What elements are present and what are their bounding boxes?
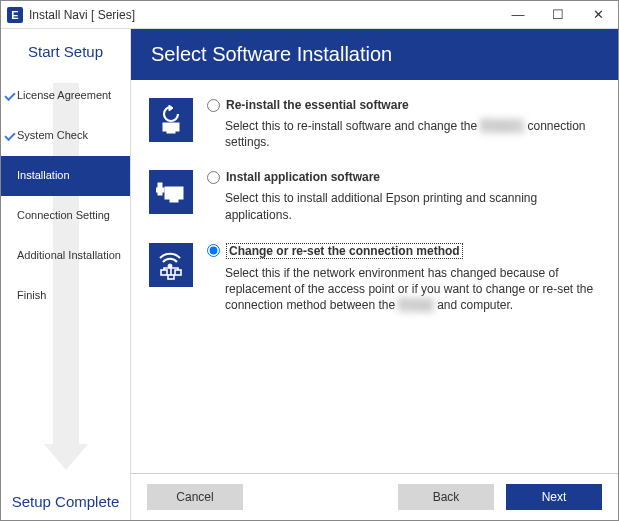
sidebar-step: System Check [1,116,130,156]
option-title: Install application software [226,170,380,184]
page-title: Select Software Installation [131,29,618,80]
svg-rect-9 [168,275,174,279]
sidebar-step-label: System Check [17,129,88,142]
option-radio[interactable] [207,244,220,257]
option-content: Install application softwareSelect this … [207,170,600,222]
footer: Cancel Back Next [131,473,618,520]
option-radio-row[interactable]: Change or re-set the connection method [207,243,600,259]
svg-rect-8 [175,270,181,275]
sidebar-step: Finish [1,276,130,316]
network-icon [149,243,193,287]
next-button[interactable]: Next [506,484,602,510]
start-setup-label: Start Setup [1,35,130,68]
option-description: Select this to re-install software and c… [225,118,600,150]
option-radio[interactable] [207,99,220,112]
option-desc-pre: Select this to install additional Epson … [225,191,537,221]
option-content: Change or re-set the connection methodSe… [207,243,600,314]
app-icon: E [7,7,23,23]
svg-rect-5 [156,188,164,192]
sidebar: Start Setup License AgreementSystem Chec… [1,29,131,520]
maximize-button[interactable]: ☐ [538,1,578,29]
option-change-connection: Change or re-set the connection methodSe… [149,243,600,314]
option-content: Re-install the essential softwareSelect … [207,98,600,150]
option-radio[interactable] [207,171,220,184]
setup-complete-label: Setup Complete [1,485,130,514]
option-title: Change or re-set the connection method [226,243,463,259]
option-radio-row[interactable]: Install application software [207,170,600,184]
sidebar-step: Installation [1,156,130,196]
titlebar: E Install Navi [ Series] — ☐ ✕ [1,1,618,29]
cancel-button[interactable]: Cancel [147,484,243,510]
svg-rect-3 [170,199,178,202]
redacted-text: Printer's [480,118,524,134]
option-radio-row[interactable]: Re-install the essential software [207,98,600,112]
svg-rect-2 [165,187,183,199]
sidebar-step: Additional Installation [1,236,130,276]
body: Start Setup License AgreementSystem Chec… [1,29,618,520]
svg-rect-7 [161,270,167,275]
sidebar-step: License Agreement [1,76,130,116]
installer-window: E Install Navi [ Series] — ☐ ✕ Start Set… [0,0,619,521]
sidebar-step-label: Connection Setting [17,209,110,222]
svg-rect-0 [163,123,179,131]
svg-rect-1 [167,131,175,133]
close-button[interactable]: ✕ [578,1,618,29]
sidebar-step-label: Installation [17,169,70,182]
main: Select Software Installation Re-install … [131,29,618,520]
window-controls: — ☐ ✕ [498,1,618,29]
redacted-text: Printer [398,297,433,313]
steps-list: License AgreementSystem CheckInstallatio… [1,76,130,316]
reinstall-icon [149,98,193,142]
minimize-button[interactable]: — [498,1,538,29]
options-list: Re-install the essential softwareSelect … [131,80,618,473]
sidebar-step-label: License Agreement [17,89,111,102]
option-description: Select this to install additional Epson … [225,190,600,222]
option-reinstall: Re-install the essential softwareSelect … [149,98,600,150]
option-title: Re-install the essential software [226,98,409,112]
back-button[interactable]: Back [398,484,494,510]
option-desc-post: and computer. [434,298,513,312]
install-app-icon [149,170,193,214]
sidebar-step: Connection Setting [1,196,130,236]
option-description: Select this if the network environment h… [225,265,600,314]
option-desc-pre: Select this to re-install software and c… [225,119,480,133]
window-title: Install Navi [ Series] [29,8,135,22]
option-install-apps: Install application softwareSelect this … [149,170,600,222]
sidebar-step-label: Additional Installation [17,249,121,262]
sidebar-step-label: Finish [17,289,46,302]
